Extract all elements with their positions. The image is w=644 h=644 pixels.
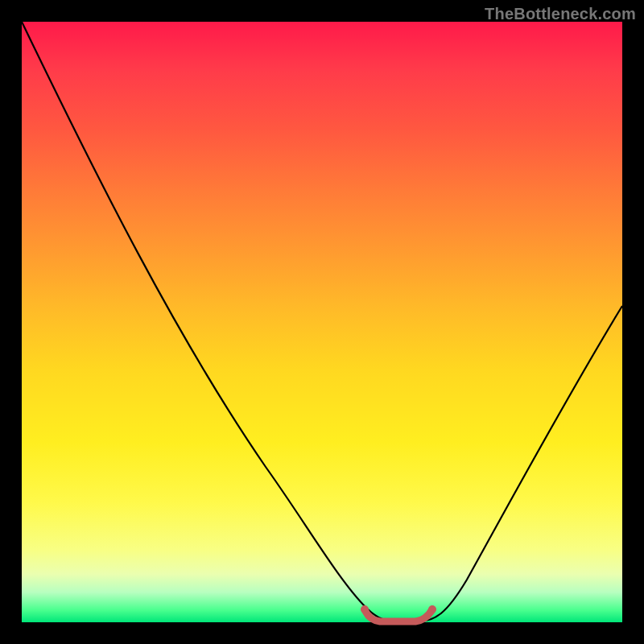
chart-plot-area [22,22,622,622]
chart-stage: TheBottleneck.com [0,0,644,644]
watermark-text: TheBottleneck.com [485,5,636,23]
